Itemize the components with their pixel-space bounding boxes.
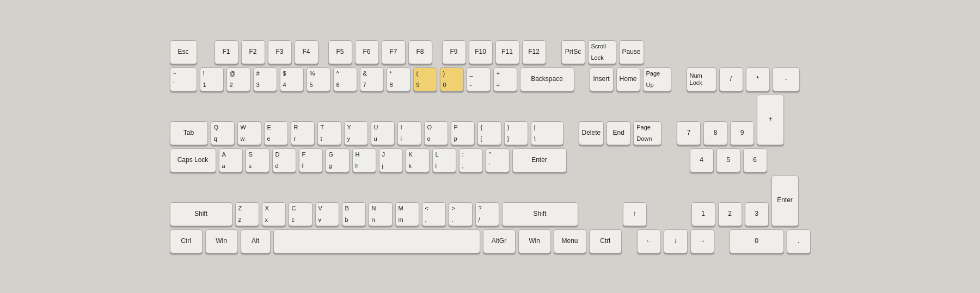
key-8[interactable]: * 8 (387, 67, 411, 91)
key-a[interactable]: A a (219, 148, 243, 172)
key-minus[interactable]: _ - (467, 67, 491, 91)
key-f9[interactable]: F9 (442, 40, 466, 64)
key-r[interactable]: R r (291, 121, 315, 145)
key-period[interactable]: > . (449, 202, 473, 226)
key-lbracket[interactable]: { [ (477, 121, 501, 145)
key-numpad-8[interactable]: 8 (703, 121, 727, 145)
key-arrow-up[interactable]: ↑ (623, 202, 647, 226)
key-e[interactable]: E e (264, 121, 288, 145)
key-delete[interactable]: Delete (579, 121, 604, 145)
key-comma[interactable]: < , (422, 202, 446, 226)
key-alt-left[interactable]: Alt (241, 229, 271, 253)
key-u[interactable]: U u (371, 121, 395, 145)
key-f4[interactable]: F4 (295, 40, 318, 64)
key-f5[interactable]: F5 (328, 40, 352, 64)
key-shift-left[interactable]: Shift (170, 202, 232, 226)
key-f6[interactable]: F6 (355, 40, 379, 64)
key-numpad-plus[interactable]: + (757, 95, 784, 145)
key-win-right[interactable]: Win (518, 229, 551, 253)
key-f8[interactable]: F8 (408, 40, 432, 64)
key-slash[interactable]: ? / (475, 202, 499, 226)
key-insert[interactable]: Insert (590, 67, 614, 91)
key-q[interactable]: Q q (211, 121, 235, 145)
key-t[interactable]: T t (317, 121, 341, 145)
key-arrow-right[interactable]: → (690, 229, 714, 253)
key-5[interactable]: % 5 (307, 67, 330, 91)
key-w[interactable]: W w (237, 121, 261, 145)
key-x[interactable]: X x (262, 202, 286, 226)
key-z[interactable]: Z z (235, 202, 259, 226)
key-s[interactable]: S s (246, 148, 270, 172)
key-enter[interactable]: Enter (512, 148, 567, 172)
key-9[interactable]: ( 9 (413, 67, 437, 91)
key-numpad-2[interactable]: 2 (718, 202, 742, 226)
key-pause[interactable]: Pause (619, 40, 644, 64)
key-arrow-down[interactable]: ↓ (664, 229, 688, 253)
key-arrow-left[interactable]: ← (637, 229, 661, 253)
key-l[interactable]: L l (432, 148, 456, 172)
key-numpad-1[interactable]: 1 (691, 202, 715, 226)
key-numpad-5[interactable]: 5 (716, 148, 740, 172)
key-prtsc[interactable]: PrtSc (561, 40, 585, 64)
key-end[interactable]: End (607, 121, 630, 145)
key-quote[interactable]: " ' (486, 148, 510, 172)
key-m[interactable]: M m (395, 202, 419, 226)
key-3[interactable]: # 3 (253, 67, 277, 91)
key-pageup[interactable]: Page Up (643, 67, 671, 91)
key-f3[interactable]: F3 (268, 40, 292, 64)
key-semicolon[interactable]: : ; (459, 148, 483, 172)
key-numpad-div[interactable]: / (719, 67, 743, 91)
key-i[interactable]: I i (397, 121, 421, 145)
key-altgr[interactable]: AltGr (483, 229, 516, 253)
key-n[interactable]: N n (369, 202, 393, 226)
key-shift-right[interactable]: Shift (502, 202, 578, 226)
key-f7[interactable]: F7 (382, 40, 406, 64)
key-f1[interactable]: F1 (215, 40, 238, 64)
key-tab[interactable]: Tab (170, 121, 208, 145)
key-numpad-6[interactable]: 6 (743, 148, 767, 172)
key-h[interactable]: H h (352, 148, 376, 172)
key-1[interactable]: ! 1 (200, 67, 224, 91)
key-numpad-3[interactable]: 3 (745, 202, 769, 226)
key-c[interactable]: C c (289, 202, 313, 226)
key-numpad-0[interactable]: 0 (730, 229, 784, 253)
key-6[interactable]: ^ 6 (333, 67, 357, 91)
key-g[interactable]: G g (326, 148, 350, 172)
key-f11[interactable]: F11 (495, 40, 519, 64)
key-scrolllock[interactable]: Scroll Lock (588, 40, 616, 64)
key-k[interactable]: K k (406, 148, 430, 172)
key-numpad-mul[interactable]: * (746, 67, 770, 91)
key-j[interactable]: J j (379, 148, 403, 172)
key-space[interactable] (273, 229, 480, 253)
key-numpad-enter[interactable]: Enter (771, 176, 799, 226)
key-win-left[interactable]: Win (205, 229, 238, 253)
key-o[interactable]: O o (424, 121, 448, 145)
key-capslock[interactable]: Caps Lock (170, 148, 216, 172)
key-numpad-sub[interactable]: - (773, 67, 800, 91)
key-numpad-9[interactable]: 9 (730, 121, 754, 145)
key-numpad-dot[interactable]: . (787, 229, 811, 253)
key-4[interactable]: $ 4 (280, 67, 304, 91)
key-f10[interactable]: F10 (469, 40, 493, 64)
key-pagedown[interactable]: Page Down (633, 121, 661, 145)
key-rbracket[interactable]: } ] (504, 121, 528, 145)
key-home[interactable]: Home (616, 67, 640, 91)
key-f12[interactable]: F12 (522, 40, 546, 64)
key-v[interactable]: V v (315, 202, 339, 226)
key-f2[interactable]: F2 (241, 40, 265, 64)
key-numpad-7[interactable]: 7 (677, 121, 701, 145)
key-numpad-4[interactable]: 4 (690, 148, 714, 172)
key-f[interactable]: F f (299, 148, 323, 172)
key-backspace[interactable]: Backspace (520, 67, 574, 91)
key-0[interactable]: ) 0 (440, 67, 464, 91)
key-menu[interactable]: Menu (554, 229, 586, 253)
key-equals[interactable]: + = (493, 67, 517, 91)
key-numlock[interactable]: Num Lock (687, 67, 716, 91)
key-7[interactable]: & 7 (360, 67, 384, 91)
key-d[interactable]: D d (272, 148, 296, 172)
key-p[interactable]: P p (451, 121, 475, 145)
key-2[interactable]: @ 2 (226, 67, 250, 91)
key-esc[interactable]: Esc (170, 40, 197, 64)
key-backslash[interactable]: | \ (531, 121, 564, 145)
key-y[interactable]: Y y (344, 121, 368, 145)
